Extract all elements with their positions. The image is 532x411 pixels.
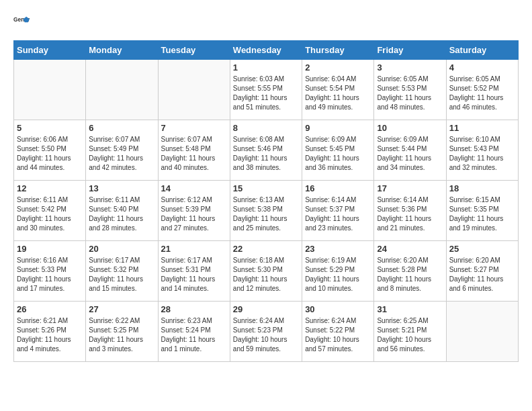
day-info: Sunrise: 6:12 AM Sunset: 5:39 PM Dayligh… (161, 195, 227, 233)
day-number: 20 (89, 244, 154, 254)
weekday-header-tuesday: Tuesday (158, 41, 230, 60)
day-number: 8 (233, 123, 299, 133)
weekday-header-thursday: Thursday (302, 41, 374, 60)
calendar-cell: 26Sunrise: 6:21 AM Sunset: 5:26 PM Dayli… (14, 302, 86, 362)
calendar-cell: 19Sunrise: 6:16 AM Sunset: 5:33 PM Dayli… (14, 241, 86, 302)
day-number: 6 (89, 123, 154, 133)
calendar-cell: 12Sunrise: 6:11 AM Sunset: 5:42 PM Dayli… (14, 181, 86, 241)
calendar-cell (446, 302, 518, 362)
weekday-header-row: SundayMondayTuesdayWednesdayThursdayFrid… (14, 41, 519, 60)
calendar-cell: 2Sunrise: 6:04 AM Sunset: 5:54 PM Daylig… (302, 60, 374, 120)
day-number: 21 (161, 244, 227, 254)
calendar-cell (86, 60, 158, 120)
calendar-cell: 27Sunrise: 6:22 AM Sunset: 5:25 PM Dayli… (86, 302, 158, 362)
weekday-header-saturday: Saturday (446, 41, 518, 60)
calendar-cell: 13Sunrise: 6:11 AM Sunset: 5:40 PM Dayli… (86, 181, 158, 241)
calendar-cell: 16Sunrise: 6:14 AM Sunset: 5:37 PM Dayli… (302, 181, 374, 241)
week-row-1: 1Sunrise: 6:03 AM Sunset: 5:55 PM Daylig… (14, 60, 519, 120)
calendar-cell (158, 60, 230, 120)
day-info: Sunrise: 6:13 AM Sunset: 5:38 PM Dayligh… (233, 195, 299, 233)
day-info: Sunrise: 6:11 AM Sunset: 5:40 PM Dayligh… (89, 195, 154, 233)
page-header: General (13, 13, 519, 30)
calendar-cell: 11Sunrise: 6:10 AM Sunset: 5:43 PM Dayli… (446, 120, 518, 181)
day-info: Sunrise: 6:21 AM Sunset: 5:26 PM Dayligh… (17, 316, 83, 354)
day-number: 23 (305, 244, 371, 254)
day-number: 25 (449, 244, 515, 254)
day-info: Sunrise: 6:20 AM Sunset: 5:28 PM Dayligh… (377, 256, 443, 293)
day-number: 14 (161, 183, 227, 193)
day-info: Sunrise: 6:09 AM Sunset: 5:44 PM Dayligh… (377, 135, 443, 173)
day-number: 22 (233, 244, 299, 254)
day-info: Sunrise: 6:14 AM Sunset: 5:36 PM Dayligh… (377, 195, 443, 233)
calendar-cell: 18Sunrise: 6:15 AM Sunset: 5:35 PM Dayli… (446, 181, 518, 241)
day-info: Sunrise: 6:14 AM Sunset: 5:37 PM Dayligh… (305, 195, 371, 233)
calendar-cell: 1Sunrise: 6:03 AM Sunset: 5:55 PM Daylig… (230, 60, 302, 120)
day-info: Sunrise: 6:20 AM Sunset: 5:27 PM Dayligh… (449, 256, 515, 293)
logo-icon: General (13, 13, 30, 30)
day-info: Sunrise: 6:25 AM Sunset: 5:21 PM Dayligh… (377, 316, 443, 354)
calendar-cell: 22Sunrise: 6:18 AM Sunset: 5:30 PM Dayli… (230, 241, 302, 302)
calendar-cell: 8Sunrise: 6:08 AM Sunset: 5:46 PM Daylig… (230, 120, 302, 181)
calendar-cell: 28Sunrise: 6:23 AM Sunset: 5:24 PM Dayli… (158, 302, 230, 362)
calendar-header: SundayMondayTuesdayWednesdayThursdayFrid… (14, 41, 519, 60)
day-info: Sunrise: 6:10 AM Sunset: 5:43 PM Dayligh… (449, 135, 515, 173)
calendar-cell: 20Sunrise: 6:17 AM Sunset: 5:32 PM Dayli… (86, 241, 158, 302)
day-info: Sunrise: 6:23 AM Sunset: 5:24 PM Dayligh… (161, 316, 227, 354)
day-number: 3 (377, 62, 443, 73)
calendar-cell: 9Sunrise: 6:09 AM Sunset: 5:45 PM Daylig… (302, 120, 374, 181)
day-number: 9 (305, 123, 371, 133)
day-number: 24 (377, 244, 443, 254)
day-info: Sunrise: 6:16 AM Sunset: 5:33 PM Dayligh… (17, 256, 83, 293)
weekday-header-wednesday: Wednesday (230, 41, 302, 60)
day-number: 26 (17, 304, 83, 314)
day-number: 2 (305, 62, 371, 73)
calendar-cell: 21Sunrise: 6:17 AM Sunset: 5:31 PM Dayli… (158, 241, 230, 302)
day-info: Sunrise: 6:11 AM Sunset: 5:42 PM Dayligh… (17, 195, 83, 233)
day-number: 10 (377, 123, 443, 133)
day-number: 5 (17, 123, 83, 133)
day-info: Sunrise: 6:05 AM Sunset: 5:53 PM Dayligh… (377, 75, 443, 112)
day-info: Sunrise: 6:17 AM Sunset: 5:32 PM Dayligh… (89, 256, 154, 293)
calendar-cell: 10Sunrise: 6:09 AM Sunset: 5:44 PM Dayli… (374, 120, 446, 181)
day-info: Sunrise: 6:24 AM Sunset: 5:23 PM Dayligh… (233, 316, 299, 354)
day-number: 19 (17, 244, 83, 254)
day-number: 13 (89, 183, 154, 193)
day-info: Sunrise: 6:18 AM Sunset: 5:30 PM Dayligh… (233, 256, 299, 293)
calendar-cell: 25Sunrise: 6:20 AM Sunset: 5:27 PM Dayli… (446, 241, 518, 302)
day-info: Sunrise: 6:06 AM Sunset: 5:50 PM Dayligh… (17, 135, 83, 173)
weekday-header-monday: Monday (86, 41, 158, 60)
day-info: Sunrise: 6:19 AM Sunset: 5:29 PM Dayligh… (305, 256, 371, 293)
calendar-cell: 3Sunrise: 6:05 AM Sunset: 5:53 PM Daylig… (374, 60, 446, 120)
day-number: 18 (449, 183, 515, 193)
weekday-header-friday: Friday (374, 41, 446, 60)
day-info: Sunrise: 6:15 AM Sunset: 5:35 PM Dayligh… (449, 195, 515, 233)
week-row-2: 5Sunrise: 6:06 AM Sunset: 5:50 PM Daylig… (14, 120, 519, 181)
day-number: 16 (305, 183, 371, 193)
day-number: 11 (449, 123, 515, 133)
calendar-cell: 31Sunrise: 6:25 AM Sunset: 5:21 PM Dayli… (374, 302, 446, 362)
day-number: 31 (377, 304, 443, 314)
day-info: Sunrise: 6:22 AM Sunset: 5:25 PM Dayligh… (89, 316, 154, 354)
day-info: Sunrise: 6:09 AM Sunset: 5:45 PM Dayligh… (305, 135, 371, 173)
week-row-3: 12Sunrise: 6:11 AM Sunset: 5:42 PM Dayli… (14, 181, 519, 241)
calendar-table: SundayMondayTuesdayWednesdayThursdayFrid… (13, 40, 519, 362)
calendar-cell: 5Sunrise: 6:06 AM Sunset: 5:50 PM Daylig… (14, 120, 86, 181)
calendar-cell: 30Sunrise: 6:24 AM Sunset: 5:22 PM Dayli… (302, 302, 374, 362)
day-number: 17 (377, 183, 443, 193)
day-number: 30 (305, 304, 371, 314)
day-info: Sunrise: 6:05 AM Sunset: 5:52 PM Dayligh… (449, 75, 515, 112)
day-number: 28 (161, 304, 227, 314)
day-info: Sunrise: 6:03 AM Sunset: 5:55 PM Dayligh… (233, 75, 299, 112)
day-number: 1 (233, 62, 299, 73)
day-number: 4 (449, 62, 515, 73)
day-number: 15 (233, 183, 299, 193)
day-number: 29 (233, 304, 299, 314)
day-info: Sunrise: 6:07 AM Sunset: 5:48 PM Dayligh… (161, 135, 227, 173)
calendar-body: 1Sunrise: 6:03 AM Sunset: 5:55 PM Daylig… (14, 60, 519, 362)
day-info: Sunrise: 6:07 AM Sunset: 5:49 PM Dayligh… (89, 135, 154, 173)
calendar-cell: 15Sunrise: 6:13 AM Sunset: 5:38 PM Dayli… (230, 181, 302, 241)
week-row-5: 26Sunrise: 6:21 AM Sunset: 5:26 PM Dayli… (14, 302, 519, 362)
week-row-4: 19Sunrise: 6:16 AM Sunset: 5:33 PM Dayli… (14, 241, 519, 302)
calendar-cell: 4Sunrise: 6:05 AM Sunset: 5:52 PM Daylig… (446, 60, 518, 120)
day-number: 27 (89, 304, 154, 314)
